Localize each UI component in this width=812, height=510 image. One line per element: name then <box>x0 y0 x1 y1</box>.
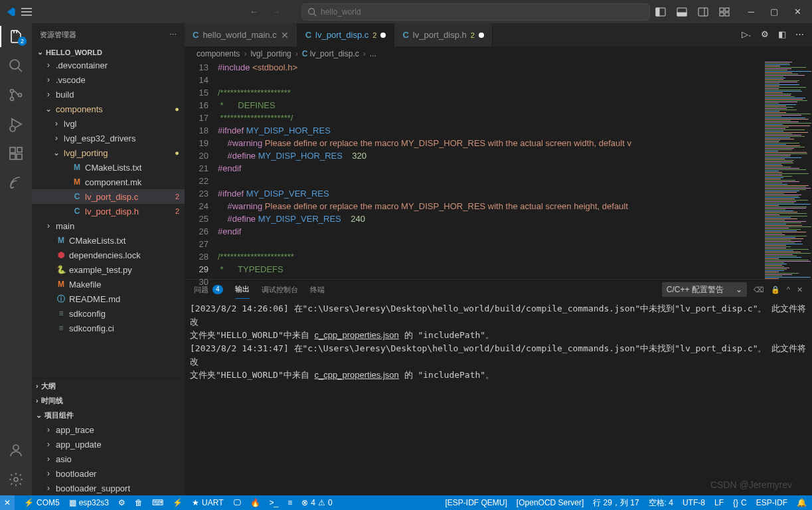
editor-tab[interactable]: Clv_port_disp.c2 <box>297 23 395 46</box>
folder-item[interactable]: ⌄lvgl_porting● <box>32 145 185 160</box>
clear-output-icon[interactable]: ⌫ <box>754 286 764 294</box>
breadcrumb-item[interactable]: C lv_port_disp.c <box>302 49 359 58</box>
maximize-panel-icon[interactable]: ^ <box>787 286 790 294</box>
toggle-secondary-sidebar-icon[interactable] <box>698 7 708 17</box>
component-item[interactable]: ›bootloader_support <box>32 481 185 495</box>
toggle-panel-icon[interactable] <box>677 7 687 17</box>
panel-tab-debug-console[interactable]: 调试控制台 <box>262 285 298 295</box>
file-item[interactable]: 🐍example_test.py <box>32 262 185 277</box>
folder-item[interactable]: ›build <box>32 87 185 102</box>
code-line[interactable]: * TYPEDEFS <box>218 263 763 276</box>
activity-scm-icon[interactable] <box>8 87 24 103</box>
code-line[interactable]: #warning Please define or replace the ma… <box>218 200 763 212</box>
status-notifications-icon[interactable]: 🔔 <box>797 497 807 509</box>
status-qemu[interactable]: [ESP-IDF QEMU] <box>446 497 507 509</box>
status-uart[interactable]: ★ UART <box>192 498 223 507</box>
close-panel-icon[interactable]: ✕ <box>797 286 803 294</box>
code-line[interactable]: #endif <box>218 162 763 175</box>
code-line[interactable]: #include <stdbool.h> <box>218 61 763 74</box>
status-framework[interactable]: ESP-IDF <box>756 497 787 509</box>
breadcrumb-item[interactable]: lvgl_porting <box>250 49 291 58</box>
status-encoding[interactable]: UTF-8 <box>683 497 705 509</box>
code-line[interactable]: #define MY_DISP_VER_RES 240 <box>218 212 763 225</box>
maximize-icon[interactable]: ▢ <box>770 7 778 17</box>
file-item[interactable]: ≡sdkconfig.ci <box>32 321 185 335</box>
status-openocd[interactable]: [OpenOCD Server] <box>517 497 584 509</box>
status-fire-icon[interactable]: 🔥 <box>250 498 260 507</box>
activity-account-icon[interactable] <box>8 442 24 458</box>
code-editor[interactable]: #include <stdbool.h>/*******************… <box>218 61 763 279</box>
nav-forward-icon[interactable]: → <box>272 7 280 17</box>
run-dropdown-icon[interactable]: ▷˅ <box>742 29 752 41</box>
outline-section[interactable]: ›大纲 <box>32 379 185 393</box>
close-tab-icon[interactable]: ✕ <box>281 30 289 41</box>
breadcrumb-item[interactable]: components <box>197 49 240 58</box>
file-item[interactable]: Mcomponent.mk <box>32 175 185 189</box>
more-actions-icon[interactable]: ⋯ <box>169 31 177 39</box>
command-center[interactable] <box>301 3 650 21</box>
file-item[interactable]: ⬢dependencies.lock <box>32 248 185 262</box>
status-language[interactable]: {} C <box>733 497 747 509</box>
component-item[interactable]: ›app_update <box>32 437 185 452</box>
folder-item[interactable]: ›lvgl_esp32_drivers <box>32 131 185 145</box>
file-item[interactable]: MMakefile <box>32 277 185 292</box>
search-input[interactable] <box>321 7 644 17</box>
minimize-icon[interactable]: ─ <box>748 7 754 17</box>
status-port[interactable]: ⚡ COM5 <box>24 498 60 507</box>
status-menu-icon[interactable]: ≡ <box>287 498 292 507</box>
lock-scroll-icon[interactable]: 🔒 <box>771 286 780 294</box>
file-item[interactable]: ⓘREADME.md <box>32 292 185 306</box>
panel-tab-terminal[interactable]: 终端 <box>310 285 325 295</box>
activity-espressif-icon[interactable] <box>8 175 24 191</box>
project-components-section[interactable]: ⌄项目组件 <box>32 408 185 422</box>
code-line[interactable]: **********************/ <box>218 276 763 279</box>
file-item[interactable]: Clv_port_disp.h2 <box>32 204 185 218</box>
code-line[interactable]: #ifndef MY_DISP_VER_RES <box>218 187 763 200</box>
status-build-icon[interactable]: ⌨ <box>152 498 163 507</box>
output-content[interactable]: [2023/8/2 14:26:06] 在"c:\Users\Jeresy\De… <box>185 299 812 495</box>
file-item[interactable]: Clv_port_disp.c2 <box>32 189 185 204</box>
folder-item[interactable]: ›.devcontainer <box>32 58 185 72</box>
gear-icon[interactable]: ⚙ <box>761 29 769 41</box>
code-line[interactable]: /********************** <box>218 250 763 263</box>
code-line[interactable]: #define MY_DISP_HOR_RES 320 <box>218 149 763 162</box>
output-channel-select[interactable]: C/C++ 配置警告⌄ <box>662 282 747 297</box>
file-item[interactable]: MCMakeLists.txt <box>32 160 185 175</box>
status-flash-icon[interactable]: ⚡ <box>173 498 183 507</box>
toggle-primary-sidebar-icon[interactable] <box>655 7 666 17</box>
code-line[interactable]: #ifndef MY_DISP_HOR_RES <box>218 124 763 137</box>
status-terminal-icon[interactable]: >_ <box>270 498 279 507</box>
folder-item[interactable]: ›lvgl <box>32 116 185 131</box>
split-editor-icon[interactable]: ◧ <box>778 29 786 41</box>
component-item[interactable]: ›bootloader <box>32 466 185 481</box>
code-line[interactable] <box>218 74 763 86</box>
editor-tab[interactable]: Chello_world_main.c✕ <box>185 23 297 46</box>
status-errors-warnings[interactable]: ⊗ 4 ⚠ 0 <box>301 498 332 507</box>
status-chip[interactable]: ▦ esp32s3 <box>69 498 109 507</box>
code-line[interactable]: *********************/ <box>218 112 763 124</box>
minimap[interactable] <box>763 61 812 279</box>
activity-explorer-icon[interactable]: 2 <box>8 29 24 44</box>
editor-tab[interactable]: Clv_port_disp.h2 <box>394 23 492 46</box>
status-monitor-icon[interactable]: 🖵 <box>233 498 241 507</box>
status-clean-icon[interactable]: 🗑 <box>135 498 143 507</box>
code-line[interactable] <box>218 175 763 187</box>
activity-debug-icon[interactable] <box>8 116 24 132</box>
code-line[interactable]: * DEFINES <box>218 99 763 112</box>
remote-indicator-icon[interactable]: ✕ <box>0 495 15 510</box>
code-line[interactable]: #endif <box>218 225 763 238</box>
panel-tab-output[interactable]: 输出 <box>235 280 250 299</box>
code-line[interactable]: /********************* <box>218 86 763 99</box>
status-config-icon[interactable]: ⚙ <box>118 498 125 507</box>
activity-search-icon[interactable] <box>8 58 24 74</box>
file-item[interactable]: ≡sdkconfig <box>32 306 185 321</box>
breadcrumb-item[interactable]: ... <box>370 49 376 58</box>
more-tab-actions-icon[interactable]: ⋯ <box>795 29 804 41</box>
status-spaces[interactable]: 空格: 4 <box>649 497 673 509</box>
hamburger-menu-icon[interactable] <box>21 7 32 17</box>
timeline-section[interactable]: ›时间线 <box>32 393 185 408</box>
status-eol[interactable]: LF <box>714 497 724 509</box>
activity-extensions-icon[interactable] <box>8 145 24 161</box>
folder-item[interactable]: ›main <box>32 218 185 233</box>
activity-settings-icon[interactable] <box>8 471 24 487</box>
